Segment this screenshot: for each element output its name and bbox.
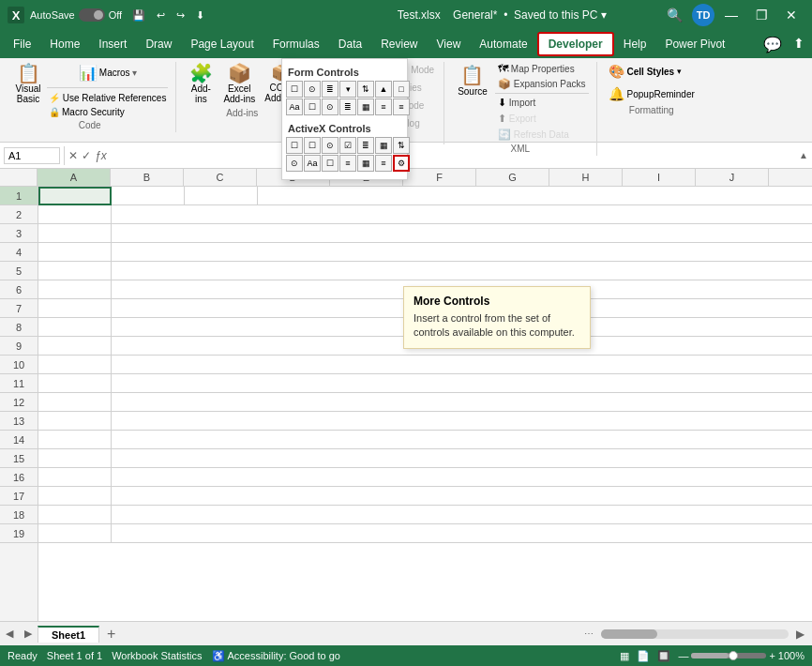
- workbook-stats-btn[interactable]: Workbook Statistics: [112, 650, 202, 661]
- row-header-9[interactable]: 9: [0, 337, 38, 356]
- col-header-J[interactable]: J: [696, 169, 769, 186]
- row-header-7[interactable]: 7: [0, 299, 38, 318]
- ax-btn-10[interactable]: ☐: [322, 155, 338, 172]
- menu-help[interactable]: Help: [614, 34, 656, 54]
- save-btn[interactable]: 💾: [128, 8, 150, 23]
- cell-A17[interactable]: [38, 487, 112, 506]
- popup-reminder-btn[interactable]: 🔔 PopupReminder: [605, 84, 699, 103]
- sheet-tab-1[interactable]: Sheet1: [38, 626, 99, 643]
- ax-btn-11[interactable]: ≡: [339, 155, 356, 172]
- customize-btn[interactable]: ⬇: [191, 8, 209, 23]
- zoom-thumb[interactable]: [729, 651, 738, 660]
- page-break-view-btn[interactable]: 🔲: [657, 650, 670, 662]
- prev-sheet-btn[interactable]: ◀: [0, 628, 19, 640]
- menu-draw[interactable]: Draw: [136, 34, 181, 54]
- row-header-1[interactable]: 1: [0, 187, 38, 205]
- cell-A8[interactable]: [38, 318, 112, 337]
- row-header-10[interactable]: 10: [0, 356, 38, 374]
- zoom-in-btn[interactable]: +: [769, 650, 774, 661]
- export-btn[interactable]: ⬆ Export: [495, 112, 589, 126]
- fc-btn-3[interactable]: ≣: [322, 81, 338, 98]
- cell-A11[interactable]: [38, 374, 112, 393]
- cell-A15[interactable]: [38, 449, 112, 468]
- col-header-C[interactable]: C: [184, 169, 257, 186]
- import-btn[interactable]: ⬇ Import: [495, 96, 589, 110]
- cell-A6[interactable]: [38, 280, 112, 299]
- row-header-4[interactable]: 4: [0, 243, 38, 262]
- autosave-toggle[interactable]: [79, 8, 105, 22]
- cell-C1[interactable]: [185, 187, 258, 205]
- menu-insert[interactable]: Insert: [89, 34, 136, 54]
- search-btn[interactable]: 🔍: [667, 8, 683, 23]
- zoom-slider[interactable]: [691, 653, 766, 658]
- menu-view[interactable]: View: [428, 34, 471, 54]
- ax-btn-12[interactable]: ▦: [357, 155, 374, 172]
- more-controls-btn[interactable]: ⚙: [393, 155, 410, 172]
- menu-page-layout[interactable]: Page Layout: [181, 34, 263, 54]
- row-header-15[interactable]: 15: [0, 449, 38, 468]
- fc-btn-4[interactable]: ▾: [339, 81, 356, 98]
- cell-A2[interactable]: [38, 205, 112, 224]
- menu-automate[interactable]: Automate: [470, 34, 536, 54]
- zoom-out-btn[interactable]: —: [678, 650, 688, 661]
- row-header-5[interactable]: 5: [0, 262, 38, 280]
- cell-A13[interactable]: [38, 412, 112, 431]
- row-header-8[interactable]: 8: [0, 318, 38, 337]
- row-header-13[interactable]: 13: [0, 412, 38, 431]
- ax-btn-9[interactable]: Aa: [304, 155, 321, 172]
- scroll-right-btn[interactable]: ▶: [796, 628, 804, 641]
- fc-btn-1[interactable]: ☐: [286, 81, 303, 98]
- row-header-17[interactable]: 17: [0, 487, 38, 506]
- saved-chevron[interactable]: ▾: [601, 8, 607, 22]
- zoom-level[interactable]: 100%: [778, 650, 804, 661]
- fc-btn-10[interactable]: ⊙: [322, 98, 338, 115]
- cell-A16[interactable]: [38, 468, 112, 487]
- refresh-data-btn[interactable]: 🔄 Refresh Data: [495, 128, 589, 142]
- col-header-H[interactable]: H: [549, 169, 623, 186]
- fc-btn-7[interactable]: □: [393, 81, 410, 98]
- cell-A5[interactable]: [38, 262, 112, 280]
- page-layout-view-btn[interactable]: 📄: [637, 650, 650, 662]
- normal-view-btn[interactable]: ▦: [620, 650, 629, 662]
- ribbon-expand-btn[interactable]: ⬆: [789, 34, 808, 55]
- fc-btn-6[interactable]: ▲: [375, 81, 392, 98]
- horizontal-scrollbar[interactable]: [601, 629, 789, 639]
- scroll-thumb[interactable]: [601, 629, 657, 639]
- fc-btn-14[interactable]: ≡: [393, 98, 410, 115]
- close-btn[interactable]: ✕: [778, 2, 804, 28]
- macros-btn[interactable]: 📊 Macros ▾: [47, 62, 168, 83]
- ax-btn-2[interactable]: ☐: [304, 137, 321, 154]
- row-header-18[interactable]: 18: [0, 506, 38, 524]
- menu-home[interactable]: Home: [40, 34, 89, 54]
- col-header-A[interactable]: A: [38, 169, 111, 186]
- cell-A18[interactable]: [38, 506, 112, 524]
- menu-developer[interactable]: Developer: [537, 32, 614, 56]
- map-properties-btn[interactable]: 🗺 Map Properties: [495, 62, 589, 75]
- expansion-packs-btn[interactable]: 📦 Expansion Packs: [495, 77, 589, 91]
- excel-addins-btn[interactable]: 📦 ExcelAdd-ins: [219, 62, 259, 106]
- menu-power-pivot[interactable]: Power Pivot: [655, 34, 734, 54]
- fc-btn-5[interactable]: ⇅: [357, 81, 374, 98]
- cell-A12[interactable]: [38, 393, 112, 412]
- ax-btn-4[interactable]: ☑: [339, 137, 356, 154]
- ax-btn-8[interactable]: ⊙: [286, 155, 303, 172]
- row-header-12[interactable]: 12: [0, 393, 38, 412]
- use-relative-ref[interactable]: ⚡ Use Relative References: [47, 92, 168, 104]
- cell-styles-btn[interactable]: 🎨 Cell Styles ▾: [605, 62, 699, 81]
- row-header-3[interactable]: 3: [0, 224, 38, 243]
- ax-btn-3[interactable]: ⊙: [322, 137, 338, 154]
- addins-btn[interactable]: 🧩 Add-ins: [184, 62, 218, 106]
- col-header-I[interactable]: I: [623, 169, 696, 186]
- row-header-11[interactable]: 11: [0, 374, 38, 393]
- more-sheets-btn[interactable]: ⋯: [584, 628, 594, 639]
- add-sheet-btn[interactable]: +: [99, 626, 123, 643]
- fc-btn-12[interactable]: ▦: [357, 98, 374, 115]
- col-header-F[interactable]: F: [403, 169, 476, 186]
- redo-btn[interactable]: ↪: [172, 8, 189, 23]
- row-header-2[interactable]: 2: [0, 205, 38, 224]
- ax-btn-7[interactable]: ⇅: [393, 137, 410, 154]
- source-btn[interactable]: 📋 Source: [452, 62, 493, 98]
- menu-review[interactable]: Review: [371, 34, 427, 54]
- row-header-19[interactable]: 19: [0, 524, 38, 543]
- cell-A4[interactable]: [38, 243, 112, 262]
